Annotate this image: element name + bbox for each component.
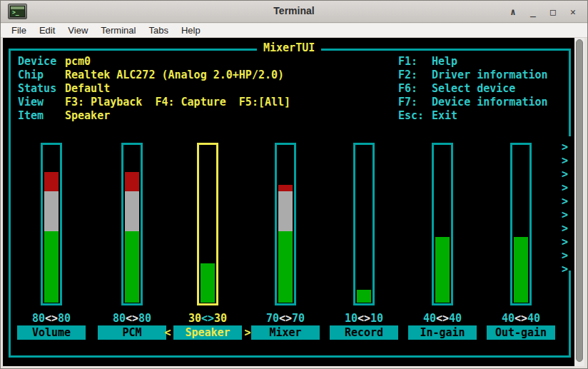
menu-tabs[interactable]: Tabs [142,24,174,37]
more-channels-indicator: > [562,141,573,154]
value-separator: <> [126,312,138,325]
more-channels-indicator: > [562,195,573,208]
channel-label-out-gain: Out-gain [487,325,555,340]
mixer-values: 70<>70 [251,312,320,325]
speaker-values: 30<>30 [173,312,242,325]
record-level-bar [353,143,375,305]
channel-pcm: 80<>80PCM [98,143,166,340]
menu-file[interactable]: File [5,24,33,37]
more-channels-indicator: > [562,249,573,263]
value-left: 30 [188,312,201,325]
device-info-panel: Devicepcm0ChipRealtek ALC272 (Analog 2.0… [18,55,290,123]
info-label: Chip [18,69,65,82]
pcm-values: 80<>80 [98,312,166,325]
mixer-tui-frame: MixerTUI Devicepcm0ChipRealtek ALC272 (A… [9,49,571,358]
volume-values: 80<>80 [17,312,86,325]
bar-segment-green [201,263,215,303]
channel-in-gain: 40<>40In-gain [408,143,477,340]
more-channels-indicator: > [562,181,573,195]
help-key: F2: [398,69,432,82]
menu-edit[interactable]: Edit [33,24,61,37]
out-gain-values: 40<>40 [487,312,555,325]
value-left: 40 [423,312,436,325]
maximize-button[interactable]: □ [544,4,562,21]
minimize-button[interactable]: _ [524,4,542,21]
value-separator: <> [45,312,58,325]
help-row-f1: F1:Help [398,55,548,69]
value-left: 70 [266,312,279,325]
help-row-f6: F6:Select device [398,82,548,96]
bar-segment-green [125,231,139,303]
channel-label-in-gain: In-gain [408,325,477,340]
value-left: 40 [502,312,514,325]
menu-terminal[interactable]: Terminal [94,24,142,37]
menu-view[interactable]: View [61,24,94,37]
in-gain-level-bar [432,143,453,305]
info-label: Status [18,82,65,96]
bar-segment-red [44,172,59,191]
close-button[interactable]: ✕ [564,4,582,21]
value-left: 80 [113,312,126,325]
record-values: 10<>10 [330,312,398,325]
selected-left-arrow: < [163,325,173,340]
help-key: F6: [398,82,432,96]
more-channels-indicator: > [562,208,573,222]
channel-label-mixer: Mixer [251,325,320,340]
help-action: Help [432,55,457,68]
help-action: Select device [432,82,515,95]
value-left: 80 [32,312,45,325]
help-key: Esc: [398,109,432,123]
scrollbar-thumb[interactable] [576,39,583,362]
terminal-screen[interactable]: MixerTUI Devicepcm0ChipRealtek ALC272 (A… [3,38,576,366]
value-left: 10 [345,312,358,325]
menu-help[interactable]: Help [175,24,207,37]
channel-label-pcm: PCM [98,325,166,340]
help-row-f2: F2:Driver information [398,69,548,82]
value-right: 30 [214,312,227,325]
help-action: Driver information [432,69,548,81]
shade-button[interactable]: ∧ [505,4,522,21]
info-value: Speaker [65,109,110,122]
mixer-title: MixerTUI [257,41,321,55]
info-label: Item [18,109,65,123]
out-gain-level-bar [510,143,532,305]
bar-segment-red [278,185,293,191]
info-row-item: ItemSpeaker [18,109,290,123]
function-key-help: F1:HelpF2:Driver informationF6:Select de… [398,55,548,123]
value-right: 80 [58,312,71,325]
more-channels-indicator: > [562,263,573,276]
channel-volume: 80<>80Volume [17,143,86,340]
info-row-chip: ChipRealtek ALC272 (Analog 2.0+HP/2.0) [18,69,290,82]
value-separator: <> [201,312,214,325]
bar-segment-red [125,172,139,191]
value-right: 80 [138,312,151,325]
window-title: Terminal [1,5,587,16]
bar-segment-gray [278,191,293,231]
help-key: F7: [398,96,432,109]
bar-segment-green [278,231,293,303]
channel-out-gain: 40<>40Out-gain [487,143,555,340]
in-gain-values: 40<>40 [408,312,477,325]
mixer-level-bar [275,143,296,305]
help-row-f7: F7:Device information [398,96,548,109]
channel-mixer: 70<>70Mixer [251,143,320,340]
terminal-scrollbar[interactable] [574,38,584,366]
more-channels-indicator: > [562,168,573,181]
value-right: 70 [292,312,305,325]
info-label: Device [18,55,65,69]
bar-segment-green [514,237,528,303]
pcm-level-bar [121,143,143,305]
volume-level-bar [41,143,62,305]
bar-segment-green [357,290,371,303]
info-row-status: StatusDefault [18,82,290,96]
channel-speaker: 30<>30Speaker<> [173,143,242,340]
bar-segment-gray [125,191,139,231]
bar-segment-green [44,231,59,303]
title-bar[interactable]: >_ Terminal ∧_□✕ [1,1,587,23]
info-value: Default [65,82,110,95]
info-value: pcm0 [65,55,91,68]
channel-label-speaker: Speaker [173,325,242,340]
more-channels-indicator: > [562,236,573,249]
value-right: 40 [527,312,540,325]
info-value: F3: Playback F4: Capture F5:[All] [65,96,290,108]
